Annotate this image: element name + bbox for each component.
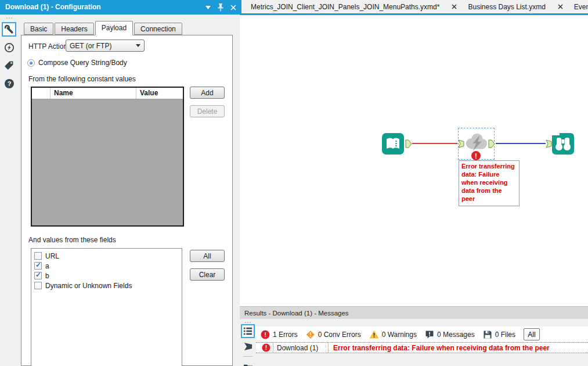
clear-button[interactable]: Clear: [190, 268, 225, 281]
pennant-icon[interactable]: [241, 339, 255, 353]
document-tab-2[interactable]: Business Days List.yxmd: [463, 0, 550, 13]
wrench-icon[interactable]: [2, 22, 16, 37]
constant-values-table-body[interactable]: [32, 99, 183, 225]
conv-error-icon: !: [306, 330, 315, 339]
http-action-label: HTTP Action: [28, 42, 67, 51]
input-anchor-icon[interactable]: [458, 139, 465, 148]
radio-button-icon: [27, 59, 35, 67]
svg-text:!: !: [309, 332, 311, 338]
warning-icon: [369, 330, 379, 339]
http-action-value: GET (or FTP): [70, 42, 111, 50]
dropdown-caret-icon: [136, 44, 140, 47]
field-checkbox-a[interactable]: a: [33, 261, 181, 271]
warnings-filter[interactable]: 0 Warnings: [369, 330, 417, 339]
tab-payload[interactable]: Payload: [95, 21, 133, 35]
floppy-disk-icon: [483, 330, 492, 339]
tab-close-icon[interactable]: [452, 4, 457, 9]
conv-errors-filter[interactable]: ! 0 Conv Errors: [306, 330, 361, 339]
navigation-icon[interactable]: [2, 40, 16, 55]
results-side-toolbar: [240, 319, 256, 366]
files-count-label: 0 Files: [495, 331, 515, 339]
errors-count-label: 1 Errors: [273, 331, 298, 339]
alteryx-designer-window: Download (1) - Configuration: [0, 0, 588, 366]
connection-error-line[interactable]: [412, 143, 457, 144]
payload-tab-content: HTTP Action GET (or FTP) Compose Query S…: [21, 35, 233, 366]
field-checkbox-b[interactable]: b: [33, 271, 181, 281]
tab-connection[interactable]: Connection: [134, 23, 182, 35]
errors-filter[interactable]: ! 1 Errors: [261, 330, 298, 339]
message-tool-name[interactable]: Download (1): [273, 343, 329, 353]
result-message-row[interactable]: ! Download (1) Error transferring data: …: [256, 342, 588, 353]
constant-values-table[interactable]: Name Value: [31, 87, 184, 227]
constant-values-table-header: Name Value: [32, 88, 183, 99]
checkbox-checked-icon: [34, 272, 42, 279]
folder-icon[interactable]: [241, 360, 255, 366]
connection-line[interactable]: [496, 143, 546, 144]
results-title: Results - Download (1) - Messages: [244, 310, 349, 317]
compose-query-radio-label: Compose Query String/Body: [38, 59, 127, 67]
tag-icon[interactable]: [2, 58, 16, 73]
results-body: ! 1 Errors ! 0 Conv Errors 0 Warnings 0 …: [240, 319, 588, 366]
column-blank: [32, 88, 50, 99]
field-label: a: [45, 262, 49, 270]
output-anchor-icon[interactable]: [405, 139, 412, 148]
field-label: Dynamic or Unknown Fields: [45, 282, 132, 290]
configuration-title: Download (1) - Configuration: [5, 3, 101, 11]
tab-close-icon[interactable]: [558, 4, 563, 9]
error-icon: !: [261, 330, 270, 339]
tab-headers[interactable]: Headers: [55, 23, 93, 35]
results-main: ! 1 Errors ! 0 Conv Errors 0 Warnings 0 …: [256, 319, 588, 366]
workflow-canvas-area: Metrics_JOIN_Client_JOIN_Panels_JOIN_Men…: [240, 0, 588, 306]
grip-dots-icon: [0, 15, 18, 19]
messages-count-label: 0 Messages: [437, 331, 475, 339]
field-checkbox-url[interactable]: URL: [33, 251, 181, 261]
checkbox-icon: [34, 252, 42, 260]
tab-basic[interactable]: Basic: [24, 23, 53, 35]
document-tab-1[interactable]: Metrics_JOIN_Client_JOIN_Panels_JOIN_Men…: [246, 0, 445, 13]
checkbox-icon: [34, 282, 42, 289]
delete-button[interactable]: Delete: [190, 105, 225, 117]
results-panel: Results - Download (1) - Messages: [240, 306, 588, 366]
field-label: URL: [45, 252, 59, 260]
files-filter[interactable]: 0 Files: [483, 330, 515, 339]
message-bubble-icon: [425, 330, 434, 339]
configuration-panel: Download (1) - Configuration: [0, 0, 240, 366]
conv-errors-count-label: 0 Conv Errors: [318, 331, 361, 339]
warnings-count-label: 0 Warnings: [382, 331, 417, 339]
field-label: b: [45, 272, 49, 280]
output-anchor-icon[interactable]: [488, 139, 495, 148]
tool-error-annotation[interactable]: Error transferring data: Failure when re…: [459, 160, 520, 206]
message-text: Error transferring data: Failure when re…: [329, 344, 550, 352]
fields-label: And values from these fields: [28, 236, 116, 244]
configuration-side-toolbar: ?: [0, 15, 18, 366]
text-input-tool[interactable]: [382, 133, 404, 155]
configuration-tabs: Basic Headers Payload Connection: [24, 23, 183, 35]
svg-text:!: !: [264, 331, 266, 338]
pin-icon[interactable]: [217, 3, 225, 12]
panel-dropdown-caret-icon[interactable]: [204, 3, 212, 12]
close-icon[interactable]: [229, 3, 237, 12]
svg-text:?: ?: [7, 80, 11, 87]
constant-values-label: From the following constant values: [28, 75, 136, 83]
compose-query-radio[interactable]: Compose Query String/Body: [27, 59, 127, 67]
http-action-dropdown[interactable]: GET (or FTP): [66, 40, 145, 52]
workflow-canvas[interactable]: ! Error transferring data: Failure w: [240, 17, 588, 306]
error-icon: !: [256, 343, 273, 352]
document-tab-3[interactable]: Even Assignment.yxmd: [569, 0, 588, 13]
divider: [243, 356, 252, 357]
message-list-icon[interactable]: [241, 324, 255, 338]
fields-listbox[interactable]: URL a b Dynamic or Unknown Fields: [31, 248, 182, 366]
all-button[interactable]: All: [190, 250, 225, 262]
column-value: Value: [136, 88, 183, 99]
configuration-titlebar: Download (1) - Configuration: [0, 0, 240, 15]
checkbox-checked-icon: [34, 262, 42, 270]
grip-dots-icon: [240, 319, 256, 323]
messages-filter[interactable]: 0 Messages: [425, 330, 475, 339]
help-icon[interactable]: ?: [2, 76, 16, 91]
add-button[interactable]: Add: [190, 87, 225, 99]
svg-text:!: !: [265, 345, 267, 351]
results-all-button[interactable]: All: [524, 328, 540, 340]
results-header: Results - Download (1) - Messages: [240, 306, 588, 319]
field-checkbox-dynamic[interactable]: Dynamic or Unknown Fields: [33, 281, 181, 290]
browse-tool[interactable]: [552, 133, 574, 155]
